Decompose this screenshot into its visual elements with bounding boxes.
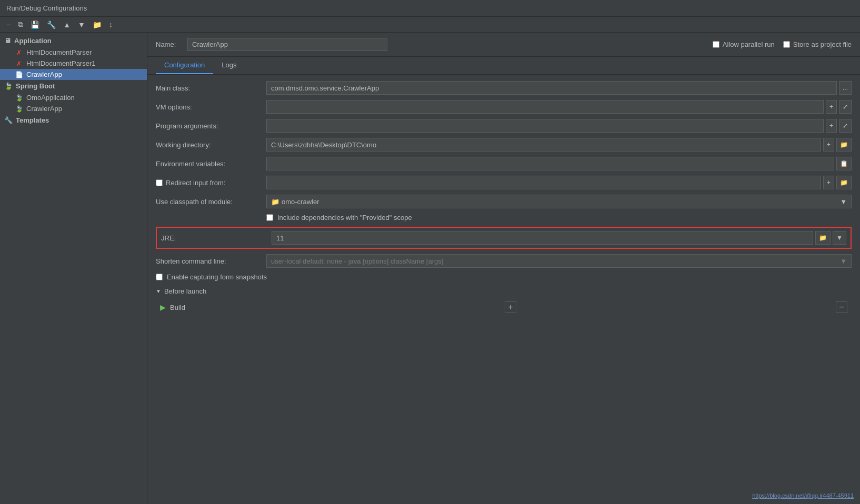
classpath-select[interactable]: 📁 omo-crawler ▼ bbox=[266, 195, 852, 208]
main-class-row: Main class: ... bbox=[156, 81, 852, 95]
program-args-expand-btn[interactable]: ⤢ bbox=[839, 119, 852, 133]
jre-dropdown-btn[interactable]: ▼ bbox=[833, 231, 846, 245]
main-class-browse-btn[interactable]: ... bbox=[839, 81, 852, 95]
working-dir-row: Working directory: + 📁 bbox=[156, 138, 852, 152]
env-vars-input[interactable] bbox=[266, 157, 834, 170]
main-class-input-container: ... bbox=[266, 81, 852, 95]
error-icon-2: ✗ bbox=[15, 60, 23, 67]
redirect-input-browse-btn[interactable]: 📁 bbox=[836, 176, 852, 189]
working-dir-input[interactable] bbox=[266, 138, 821, 152]
application-icon: 🖥 bbox=[4, 37, 11, 45]
error-icon-1: ✗ bbox=[15, 49, 23, 56]
working-dir-label: Working directory: bbox=[156, 141, 261, 149]
vm-options-row: VM options: + ⤢ bbox=[156, 100, 852, 114]
vm-options-input[interactable] bbox=[266, 100, 824, 114]
build-label: Build bbox=[170, 304, 185, 311]
sidebar-label-omoapplication: OmoApplication bbox=[26, 94, 75, 102]
sidebar-section-templates[interactable]: 🔧 Templates bbox=[0, 114, 147, 126]
allow-parallel-run-group: Allow parallel run bbox=[713, 41, 775, 48]
bottom-url[interactable]: https://blog.csdn.net/@qq.ir4487-45911 bbox=[752, 492, 854, 499]
sidebar-label-crawlerapp: CrawlerApp bbox=[26, 70, 62, 78]
tab-configuration[interactable]: Configuration bbox=[156, 57, 213, 74]
before-launch-label: Before launch bbox=[164, 287, 206, 295]
program-args-row: Program arguments: + ⤢ bbox=[156, 119, 852, 133]
classpath-label: Use classpath of module: bbox=[156, 198, 261, 206]
toolbar-sort-btn[interactable]: ↕ bbox=[107, 19, 115, 30]
program-args-input[interactable] bbox=[266, 119, 824, 133]
sidebar-section-springboot[interactable]: 🍃 Spring Boot bbox=[0, 80, 147, 92]
sidebar-item-htmldocumentparser[interactable]: ✗ HtmlDocumentParser bbox=[0, 47, 147, 58]
vm-options-input-container: + ⤢ bbox=[266, 100, 852, 114]
classpath-row: Use classpath of module: 📁 omo-crawler ▼ bbox=[156, 195, 852, 208]
program-args-label: Program arguments: bbox=[156, 122, 261, 130]
jre-browse-btn[interactable]: 📁 bbox=[815, 231, 831, 245]
title-bar: Run/Debug Configurations bbox=[0, 0, 860, 17]
name-input[interactable] bbox=[187, 38, 387, 51]
sidebar-item-omoapplication[interactable]: 🍃 OmoApplication bbox=[0, 92, 147, 103]
redirect-input-checkbox[interactable] bbox=[156, 179, 163, 186]
spring-icon-omo: 🍃 bbox=[15, 94, 23, 102]
toolbar-folder-btn[interactable]: 📁 bbox=[91, 19, 104, 30]
header-options: Allow parallel run Store as project file bbox=[713, 41, 852, 48]
vm-options-add-btn[interactable]: + bbox=[826, 100, 837, 114]
sidebar-item-crawlerapp-spring[interactable]: 🍃 CrawlerApp bbox=[0, 103, 147, 114]
sidebar-label-htmldocumentparser: HtmlDocumentParser bbox=[26, 48, 92, 56]
redirect-input-input[interactable] bbox=[266, 176, 821, 189]
main-class-label: Main class: bbox=[156, 84, 261, 92]
working-dir-add-btn[interactable]: + bbox=[823, 138, 834, 152]
redirect-input-label: Redirect input from: bbox=[166, 179, 225, 187]
allow-parallel-run-checkbox[interactable] bbox=[713, 41, 719, 48]
env-vars-label: Environment variables: bbox=[156, 160, 261, 168]
sidebar-section-application[interactable]: 🖥 Application bbox=[0, 35, 147, 47]
name-row: Name: Allow parallel run Store as projec… bbox=[147, 33, 860, 57]
toolbar-down-btn[interactable]: ▼ bbox=[76, 19, 87, 30]
shorten-row: Shorten command line: user-local default… bbox=[156, 254, 852, 268]
tabs: Configuration Logs bbox=[147, 57, 860, 75]
toolbar-minus-btn[interactable]: − bbox=[4, 19, 13, 30]
toolbar-copy-btn[interactable]: ⧉ bbox=[16, 19, 25, 30]
before-launch-minus-btn[interactable]: − bbox=[836, 301, 847, 313]
shorten-value: user-local default: none - java [options… bbox=[271, 257, 443, 265]
vm-options-label: VM options: bbox=[156, 103, 261, 111]
build-icon: ▶ bbox=[160, 303, 166, 311]
application-label: Application bbox=[14, 37, 52, 45]
shorten-label: Shorten command line: bbox=[156, 257, 261, 265]
spring-icon-crawler: 🍃 bbox=[15, 105, 23, 113]
toolbar-settings-btn[interactable]: 🔧 bbox=[45, 19, 58, 30]
folder-icon-crawlerapp: 📄 bbox=[15, 71, 23, 78]
env-vars-browse-btn[interactable]: 📋 bbox=[836, 157, 852, 170]
templates-label: Templates bbox=[16, 116, 49, 124]
toolbar: − ⧉ 💾 🔧 ▲ ▼ 📁 ↕ bbox=[0, 17, 860, 33]
wrench-icon: 🔧 bbox=[4, 116, 13, 124]
before-launch-divider: Before launch bbox=[156, 287, 852, 295]
toolbar-up-btn[interactable]: ▲ bbox=[61, 19, 73, 30]
jre-input[interactable] bbox=[272, 231, 813, 245]
main-class-input[interactable] bbox=[266, 81, 837, 95]
name-label: Name: bbox=[156, 41, 182, 48]
working-dir-browse-btn[interactable]: 📁 bbox=[836, 138, 852, 152]
vm-options-expand-btn[interactable]: ⤢ bbox=[839, 100, 852, 114]
shorten-dropdown-icon: ▼ bbox=[840, 257, 847, 265]
store-as-project-file-checkbox[interactable] bbox=[783, 41, 790, 48]
content-panel: Name: Allow parallel run Store as projec… bbox=[147, 33, 860, 504]
sidebar: 🖥 Application ✗ HtmlDocumentParser ✗ Htm… bbox=[0, 33, 147, 504]
redirect-input-add-btn[interactable]: + bbox=[823, 176, 834, 189]
allow-parallel-run-label: Allow parallel run bbox=[723, 41, 775, 48]
program-args-add-btn[interactable]: + bbox=[826, 119, 837, 133]
tab-logs[interactable]: Logs bbox=[213, 57, 245, 74]
store-as-project-file-label: Store as project file bbox=[793, 41, 852, 48]
sidebar-item-htmldocumentparser1[interactable]: ✗ HtmlDocumentParser1 bbox=[0, 58, 147, 69]
classpath-dropdown-icon: ▼ bbox=[840, 198, 847, 206]
redirect-input-container: + 📁 bbox=[266, 176, 852, 189]
sidebar-item-crawlerapp[interactable]: 📄 CrawlerApp bbox=[0, 69, 147, 80]
build-row: ▶ Build + − bbox=[156, 299, 852, 315]
enable-capturing-checkbox[interactable] bbox=[156, 274, 163, 280]
working-dir-input-container: + 📁 bbox=[266, 138, 852, 152]
before-launch-add-btn[interactable]: + bbox=[505, 301, 516, 313]
include-deps-label: Include dependencies with "Provided" sco… bbox=[277, 214, 412, 221]
include-deps-checkbox[interactable] bbox=[266, 214, 273, 221]
jre-label: JRE: bbox=[161, 234, 266, 242]
sidebar-label-htmldocumentparser1: HtmlDocumentParser1 bbox=[26, 59, 96, 67]
toolbar-save-btn[interactable]: 💾 bbox=[28, 19, 42, 30]
shorten-select[interactable]: user-local default: none - java [options… bbox=[266, 254, 852, 268]
